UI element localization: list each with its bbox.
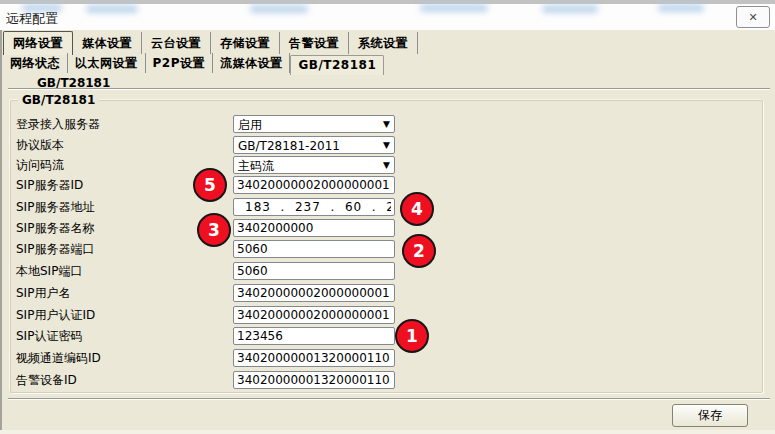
form-row: SIP服务器地址	[0, 198, 775, 216]
groupbox-title: GB/T28181	[18, 93, 99, 107]
video-channel-id-input[interactable]	[233, 349, 395, 367]
callout-badge-1: 1	[395, 319, 429, 353]
sip-server-port-input[interactable]	[233, 240, 395, 258]
form-row: 协议版本 GB/T28181-2011 ▼	[0, 136, 775, 154]
form-row: SIP服务器名称	[0, 219, 775, 237]
chevron-down-icon: ▼	[383, 140, 390, 150]
callout-badge-4: 4	[400, 192, 434, 226]
tab-ethernet-settings[interactable]: 以太网设置	[68, 53, 146, 73]
titlebar: 远程配置 ✕	[0, 4, 775, 30]
field-label: SIP认证密码	[16, 327, 82, 345]
redaction-smudge	[420, 4, 488, 12]
tab-storage-settings[interactable]: 存储设置	[211, 32, 280, 54]
separator	[8, 88, 770, 90]
selected-value: GB/T28181-2011	[238, 138, 340, 154]
close-icon: ✕	[748, 11, 757, 24]
tab-alarm-settings[interactable]: 告警设置	[280, 32, 349, 54]
form-row: 视频通道编码ID	[0, 349, 775, 367]
tab-network-settings[interactable]: 网络设置	[3, 31, 73, 55]
remote-config-dialog: 远程配置 ✕ 网络设置 媒体设置 云台设置 存储设置 告警设置 系统设置 网络状…	[0, 0, 775, 434]
tab-system-settings[interactable]: 系统设置	[349, 32, 418, 54]
field-label: 协议版本	[16, 136, 64, 154]
form-row: SIP用户名	[0, 284, 775, 302]
field-label: 告警设备ID	[16, 371, 77, 389]
form-row: SIP用户认证ID	[0, 306, 775, 324]
secondary-tab-bar: 网络状态 以太网设置 P2P设置 流媒体设置 GB/T28181	[3, 55, 384, 73]
access-stream-select[interactable]: 主码流 ▼	[233, 156, 395, 174]
form-row: 访问码流 主码流 ▼	[0, 156, 775, 174]
sip-user-auth-id-input[interactable]	[233, 306, 395, 324]
tab-ptz-settings[interactable]: 云台设置	[142, 32, 211, 54]
form-row: SIP认证密码	[0, 327, 775, 345]
save-button-label: 保存	[698, 407, 722, 424]
tab-stream-media-settings[interactable]: 流媒体设置	[213, 53, 291, 73]
sip-auth-password-input[interactable]	[233, 327, 395, 345]
tab-gbt28181[interactable]: GB/T28181	[290, 55, 384, 75]
close-button[interactable]: ✕	[736, 6, 770, 28]
redaction-smudge	[658, 4, 704, 12]
field-label: SIP用户认证ID	[16, 306, 95, 324]
form-row: 告警设备ID	[0, 371, 775, 389]
field-label: 登录接入服务器	[16, 115, 100, 133]
chevron-down-icon: ▼	[383, 119, 390, 129]
chevron-down-icon: ▼	[383, 160, 390, 170]
sip-server-name-input[interactable]	[233, 219, 395, 237]
field-label: SIP用户名	[16, 284, 70, 302]
form-row: SIP服务器端口	[0, 240, 775, 258]
primary-tab-bar: 网络设置 媒体设置 云台设置 存储设置 告警设置 系统设置	[3, 31, 418, 54]
outer-window-edge-bottom	[0, 430, 775, 434]
form-row: SIP服务器ID	[0, 176, 775, 194]
window-title: 远程配置	[6, 10, 58, 28]
field-label: 本地SIP端口	[16, 262, 82, 280]
save-button[interactable]: 保存	[672, 404, 748, 427]
field-label: SIP服务器端口	[16, 240, 94, 258]
field-label: SIP服务器名称	[16, 219, 94, 237]
tab-media-settings[interactable]: 媒体设置	[73, 32, 142, 54]
separator	[8, 398, 770, 400]
field-label: 视频通道编码ID	[16, 349, 101, 367]
sip-username-input[interactable]	[233, 284, 395, 302]
redaction-smudge	[250, 5, 308, 13]
field-label: 访问码流	[16, 156, 64, 174]
alarm-device-id-input[interactable]	[233, 371, 395, 389]
protocol-version-select[interactable]: GB/T28181-2011 ▼	[233, 136, 395, 154]
field-label: SIP服务器ID	[16, 176, 83, 194]
callout-badge-3: 3	[197, 213, 231, 247]
callout-badge-2: 2	[402, 234, 436, 268]
callout-badge-5: 5	[193, 168, 227, 202]
field-label: SIP服务器地址	[16, 198, 94, 216]
tab-p2p-settings[interactable]: P2P设置	[146, 53, 213, 73]
redaction-smudge	[542, 5, 598, 13]
selected-value: 启用	[238, 117, 262, 133]
form-row: 本地SIP端口	[0, 262, 775, 280]
sip-server-address-input[interactable]	[233, 198, 395, 216]
login-access-server-select[interactable]: 启用 ▼	[233, 115, 395, 133]
sip-server-id-input[interactable]	[233, 176, 395, 194]
redaction-smudge	[86, 5, 138, 13]
form-row: 登录接入服务器 启用 ▼	[0, 115, 775, 133]
selected-value: 主码流	[238, 158, 274, 174]
local-sip-port-input[interactable]	[233, 262, 395, 280]
tab-network-status[interactable]: 网络状态	[3, 53, 68, 73]
